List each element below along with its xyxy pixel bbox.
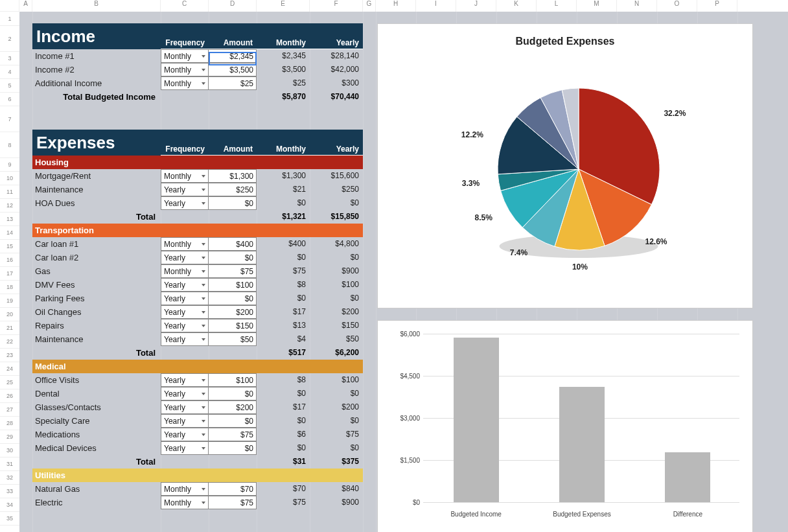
row-header-27[interactable]: 27 bbox=[0, 403, 19, 417]
frequency-dropdown[interactable]: Yearly bbox=[161, 332, 209, 346]
column-header-J[interactable]: J bbox=[456, 0, 496, 12]
amount-cell[interactable]: $0 bbox=[209, 414, 257, 428]
amount-cell[interactable]: $200 bbox=[209, 400, 257, 414]
select-all-corner[interactable] bbox=[0, 0, 19, 12]
frequency-dropdown[interactable]: Yearly bbox=[161, 428, 209, 441]
frequency-dropdown[interactable]: Yearly bbox=[161, 400, 209, 414]
column-header-K[interactable]: K bbox=[496, 0, 537, 12]
row-header-1[interactable]: 1 bbox=[0, 12, 19, 26]
row-header-8[interactable]: 8 bbox=[0, 132, 19, 158]
row-header-10[interactable]: 10 bbox=[0, 172, 19, 185]
row-header-20[interactable]: 20 bbox=[0, 308, 19, 321]
row-header-21[interactable]: 21 bbox=[0, 321, 19, 335]
frequency-dropdown[interactable]: Yearly bbox=[161, 278, 209, 292]
column-header-E[interactable]: E bbox=[257, 0, 310, 12]
frequency-dropdown[interactable]: Yearly bbox=[161, 251, 209, 264]
row-header-17[interactable]: 17 bbox=[0, 267, 19, 281]
frequency-dropdown[interactable]: Monthly bbox=[161, 63, 209, 76]
frequency-dropdown[interactable]: Yearly bbox=[161, 305, 209, 319]
frequency-dropdown[interactable]: Yearly bbox=[161, 319, 209, 332]
amount-cell[interactable]: $1,300 bbox=[209, 169, 257, 183]
row-header-15[interactable]: 15 bbox=[0, 240, 19, 253]
amount-cell[interactable]: $3,500 bbox=[209, 63, 257, 76]
row-header-11[interactable]: 11 bbox=[0, 185, 19, 199]
frequency-dropdown[interactable]: Monthly bbox=[161, 169, 209, 183]
frequency-dropdown[interactable]: Yearly bbox=[161, 441, 209, 455]
row-header-33[interactable]: 33 bbox=[0, 485, 19, 498]
row-header-2[interactable]: 2 bbox=[0, 26, 19, 52]
amount-cell[interactable]: $0 bbox=[209, 196, 257, 210]
amount-cell[interactable]: $0 bbox=[209, 251, 257, 264]
amount-cell[interactable]: $400 bbox=[209, 237, 257, 251]
amount-cell[interactable]: $100 bbox=[209, 373, 257, 387]
frequency-dropdown[interactable]: Monthly bbox=[161, 264, 209, 278]
row-header-7[interactable]: 7 bbox=[0, 106, 19, 132]
column-header-H[interactable]: H bbox=[376, 0, 416, 12]
column-header-F[interactable]: F bbox=[310, 0, 363, 12]
column-header-A[interactable]: A bbox=[19, 0, 32, 12]
column-header-L[interactable]: L bbox=[537, 0, 577, 12]
frequency-dropdown[interactable]: Yearly bbox=[161, 292, 209, 305]
column-header-N[interactable]: N bbox=[617, 0, 657, 12]
amount-cell[interactable]: $25 bbox=[209, 76, 257, 90]
row-header-9[interactable]: 9 bbox=[0, 158, 19, 172]
column-header-I[interactable]: I bbox=[416, 0, 456, 12]
amount-cell[interactable]: $250 bbox=[209, 183, 257, 196]
row-header-31[interactable]: 31 bbox=[0, 457, 19, 471]
amount-cell[interactable]: $0 bbox=[209, 387, 257, 400]
row-header-13[interactable]: 13 bbox=[0, 213, 19, 226]
row-header-26[interactable]: 26 bbox=[0, 389, 19, 403]
row-header-4[interactable]: 4 bbox=[0, 65, 19, 79]
column-header-M[interactable]: M bbox=[577, 0, 617, 12]
amount-cell[interactable]: $0 bbox=[209, 441, 257, 455]
frequency-dropdown[interactable]: Monthly bbox=[161, 76, 209, 90]
row-header-19[interactable]: 19 bbox=[0, 294, 19, 308]
amount-cell[interactable]: $70 bbox=[209, 482, 257, 496]
frequency-dropdown[interactable]: Yearly bbox=[161, 373, 209, 387]
amount-cell[interactable]: $100 bbox=[209, 278, 257, 292]
row-header-22[interactable]: 22 bbox=[0, 335, 19, 349]
row-header-32[interactable]: 32 bbox=[0, 471, 19, 485]
amount-cell[interactable]: $75 bbox=[209, 496, 257, 509]
column-header-D[interactable]: D bbox=[209, 0, 257, 12]
bar bbox=[665, 452, 710, 502]
row-header-35[interactable]: 35 bbox=[0, 512, 19, 526]
amount-cell[interactable]: $75 bbox=[209, 428, 257, 441]
row-header-6[interactable]: 6 bbox=[0, 93, 19, 106]
amount-cell[interactable]: $75 bbox=[209, 264, 257, 278]
row-header-12[interactable]: 12 bbox=[0, 199, 19, 213]
row-header-3[interactable]: 3 bbox=[0, 52, 19, 65]
row-header-23[interactable]: 23 bbox=[0, 349, 19, 362]
row-header-18[interactable]: 18 bbox=[0, 281, 19, 294]
row-header-5[interactable]: 5 bbox=[0, 79, 19, 93]
row-header-29[interactable]: 29 bbox=[0, 430, 19, 444]
column-header-O[interactable]: O bbox=[657, 0, 697, 12]
row-header-34[interactable]: 34 bbox=[0, 498, 19, 512]
column-header-B[interactable]: B bbox=[32, 0, 161, 12]
sheet-content[interactable]: IncomeFrequencyAmountMonthlyYearlyIncome… bbox=[19, 12, 788, 532]
amount-cell[interactable]: $2,345 bbox=[209, 49, 257, 63]
frequency-dropdown[interactable]: Monthly bbox=[161, 496, 209, 509]
frequency-dropdown[interactable]: Yearly bbox=[161, 414, 209, 428]
amount-cell[interactable]: $0 bbox=[209, 292, 257, 305]
row-header-28[interactable]: 28 bbox=[0, 417, 19, 430]
amount-cell[interactable]: $200 bbox=[209, 305, 257, 319]
amount-cell[interactable]: $50 bbox=[209, 332, 257, 346]
row-header-14[interactable]: 14 bbox=[0, 226, 19, 240]
amount-cell[interactable]: $150 bbox=[209, 319, 257, 332]
frequency-dropdown[interactable]: Monthly bbox=[161, 49, 209, 63]
column-headers[interactable]: ABCDEFGHIJKLMNOP bbox=[19, 0, 788, 12]
column-header-G[interactable]: G bbox=[363, 0, 376, 12]
row-header-25[interactable]: 25 bbox=[0, 376, 19, 389]
frequency-dropdown[interactable]: Monthly bbox=[161, 237, 209, 251]
frequency-dropdown[interactable]: Yearly bbox=[161, 183, 209, 196]
row-header-30[interactable]: 30 bbox=[0, 444, 19, 457]
column-header-C[interactable]: C bbox=[161, 0, 209, 12]
frequency-dropdown[interactable]: Yearly bbox=[161, 387, 209, 400]
column-header-P[interactable]: P bbox=[697, 0, 737, 12]
frequency-dropdown[interactable]: Yearly bbox=[161, 196, 209, 210]
row-header-24[interactable]: 24 bbox=[0, 362, 19, 376]
row-header-16[interactable]: 16 bbox=[0, 253, 19, 267]
frequency-dropdown[interactable]: Monthly bbox=[161, 482, 209, 496]
row-headers[interactable]: 1234567891011121314151617181920212223242… bbox=[0, 12, 19, 526]
